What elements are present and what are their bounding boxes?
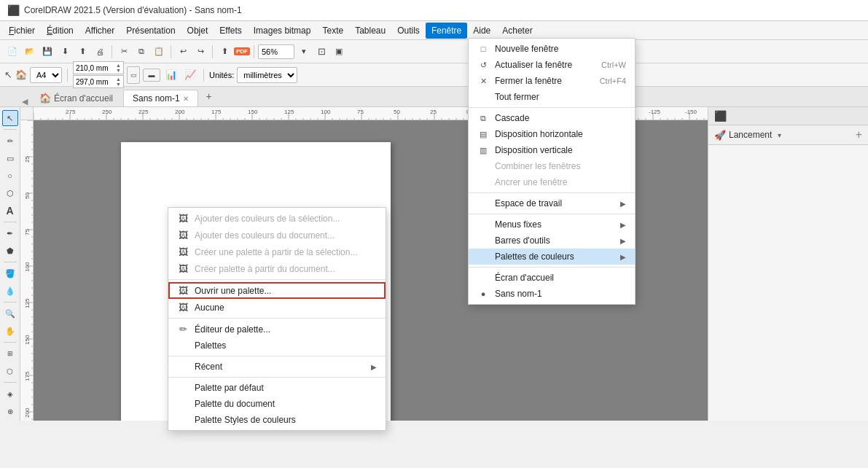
freehand-tool[interactable]: ✏ — [2, 133, 18, 149]
sub-editeur-palette[interactable]: ✏ Éditeur de palette... — [168, 321, 386, 338]
cloud-up-button[interactable]: ⬆ — [74, 44, 90, 60]
menu-sans-nom[interactable]: ● Sans nom-1 — [469, 286, 635, 302]
menu-aide[interactable]: Aide — [467, 23, 496, 39]
menu-espace-travail[interactable]: Espace de travail ▶ — [469, 195, 635, 211]
tab-doc-close[interactable]: ✕ — [183, 95, 189, 103]
menu-nouvelle-fenetre[interactable]: □ Nouvelle fenêtre — [469, 41, 635, 57]
eyedrop-tool[interactable]: 💧 — [2, 283, 18, 299]
tab-doc[interactable]: Sans nom-1 ✕ — [123, 90, 198, 106]
shadow-tool[interactable]: ◈ — [2, 386, 18, 402]
height-arrows[interactable]: ▲ ▼ — [116, 77, 121, 87]
add-panel-button[interactable]: + — [856, 128, 862, 141]
table-tool[interactable]: ⊞ — [2, 346, 18, 362]
menu-disposition-v[interactable]: ▥ Disposition verticale — [469, 142, 635, 158]
tool-sep6 — [4, 382, 17, 383]
menu-ecran-accueil[interactable]: Écran d'accueil — [469, 270, 635, 286]
menu-presentation[interactable]: Présentation — [120, 23, 181, 39]
sep-p2 — [203, 69, 204, 82]
launch-arrow[interactable]: ▾ — [778, 131, 781, 139]
menu-images-bitmap[interactable]: Images bitmap — [248, 23, 317, 39]
menu-cascade[interactable]: ⧉ Cascade — [469, 110, 635, 126]
tool-sep2 — [4, 222, 17, 222]
chart-icon[interactable]: 📈 — [182, 67, 198, 83]
launch-icon: 🚀 — [714, 130, 726, 141]
cloud-down-button[interactable]: ⬇ — [57, 44, 73, 60]
width-arrows[interactable]: ▲ ▼ — [116, 63, 121, 73]
sub-ajouter-document: 🖼 Ajouter des couleurs du document... — [168, 227, 386, 243]
menu-effets[interactable]: Effets — [214, 23, 247, 39]
select-tool-indicator: ↖ — [4, 69, 12, 80]
menu-acheter[interactable]: Acheter — [496, 23, 538, 39]
menu-afficher[interactable]: Afficher — [79, 23, 120, 39]
save-button[interactable]: 💾 — [39, 44, 55, 60]
menu-tableau[interactable]: Tableau — [349, 23, 391, 39]
pen-tool[interactable]: ✒ — [2, 225, 18, 241]
fill-tool[interactable]: 🪣 — [2, 265, 18, 281]
sep1 — [112, 45, 112, 58]
new-button[interactable]: 📄 — [4, 44, 20, 60]
sub-palette-document[interactable]: Palette du document — [168, 396, 386, 412]
menu-texte[interactable]: Texte — [316, 23, 349, 39]
redo-button[interactable]: ↪ — [192, 44, 208, 60]
sep-p1 — [67, 69, 68, 82]
zoom-to-fit[interactable]: ⊡ — [313, 44, 329, 60]
cascade-icon: ⧉ — [477, 114, 489, 123]
sub-recent[interactable]: Récent ▶ — [168, 359, 386, 375]
menu-ancrer: Ancrer une fenêtre — [469, 174, 635, 190]
menu-edition[interactable]: Édition — [41, 23, 79, 39]
text-tool[interactable]: A — [2, 203, 18, 219]
sub-palettes[interactable]: Palettes — [168, 338, 386, 354]
hand-tool[interactable]: ✋ — [2, 323, 18, 339]
menu-objet[interactable]: Objet — [181, 23, 214, 39]
menu-tout-fermer[interactable]: Tout fermer — [469, 89, 635, 105]
cut-button[interactable]: ✂ — [116, 44, 132, 60]
tab-doc-label: Sans nom-1 — [133, 93, 180, 104]
main-toolbar: 📄 📂 💾 ⬇ ⬆ 🖨 ✂ ⧉ 📋 ↩ ↪ ⬆ PDF ▾ ⊡ ▣ — [0, 40, 868, 63]
export-button[interactable]: ⬆ — [216, 44, 232, 60]
menu-palettes-couleurs[interactable]: Palettes de couleurs ▶ — [469, 249, 635, 265]
connect-tool[interactable]: ⬡ — [2, 363, 18, 379]
tab-home[interactable]: 🏠 Écran d'accueil — [31, 89, 122, 106]
zoom-input[interactable] — [258, 44, 294, 59]
editeur-icon: ✏ — [177, 324, 189, 335]
transform-tool[interactable]: ⊕ — [2, 403, 18, 419]
units-bar-icon[interactable]: 📊 — [163, 67, 179, 83]
zoom-tool[interactable]: 🔍 — [2, 305, 18, 321]
select-tool[interactable]: ↖ — [2, 110, 18, 126]
height-input[interactable]: 297,0 mm ▲ ▼ — [73, 75, 124, 88]
sep2 — [171, 45, 171, 58]
zoom-dropdown[interactable]: ▾ — [296, 44, 312, 60]
print-button[interactable]: 🖨 — [92, 44, 108, 60]
sub-ouvrir-palette[interactable]: 🖼 Ouvrir une palette... — [168, 282, 386, 299]
copy-button[interactable]: ⧉ — [133, 44, 149, 60]
paste-button[interactable]: 📋 — [151, 44, 167, 60]
polygon-tool[interactable]: ⬡ — [2, 185, 18, 201]
tab-arrow-left[interactable]: ◀ — [22, 97, 28, 106]
open-button[interactable]: 📂 — [22, 44, 38, 60]
new-tab-button[interactable]: + — [201, 88, 217, 104]
view-mode[interactable]: ▣ — [331, 44, 347, 60]
menu-barres-outils[interactable]: Barres d'outils ▶ — [469, 233, 635, 249]
page-size-select[interactable]: A4 — [30, 67, 62, 83]
menu-fichier[interactable]: Fichier — [3, 23, 41, 39]
sub-palette-styles[interactable]: Palette Styles de couleurs — [168, 412, 386, 421]
units-select[interactable]: millimètres — [237, 67, 297, 83]
portrait-button[interactable]: ▭ — [127, 66, 140, 84]
menu-menus-fixes[interactable]: Menus fixes ▶ — [469, 217, 635, 233]
undo-button[interactable]: ↩ — [175, 44, 191, 60]
recent-arrow: ▶ — [371, 363, 377, 371]
menu-bar: Fichier Édition Afficher Présentation Ob… — [0, 21, 868, 40]
landscape-button[interactable]: ▬ — [143, 69, 160, 82]
width-input[interactable]: 210,0 mm ▲ ▼ — [73, 61, 124, 74]
menu-disposition-h[interactable]: ▤ Disposition horizontale — [469, 126, 635, 142]
menu-actualiser-fenetre[interactable]: ↺ Actualiser la fenêtre Ctrl+W — [469, 57, 635, 73]
sub-palette-defaut[interactable]: Palette par défaut — [168, 380, 386, 396]
menu-fermer-fenetre[interactable]: ✕ Fermer la fenêtre Ctrl+F4 — [469, 73, 635, 89]
tool-sep1 — [4, 129, 17, 130]
ellipse-tool[interactable]: ○ — [2, 168, 18, 184]
rect-tool[interactable]: ▭ — [2, 150, 18, 166]
menu-outils[interactable]: Outils — [391, 23, 426, 39]
sub-aucune[interactable]: 🖼 Aucune — [168, 299, 386, 316]
menu-fenetre[interactable]: Fenêtre — [426, 23, 467, 39]
shape-tool[interactable]: ⬟ — [2, 243, 18, 259]
